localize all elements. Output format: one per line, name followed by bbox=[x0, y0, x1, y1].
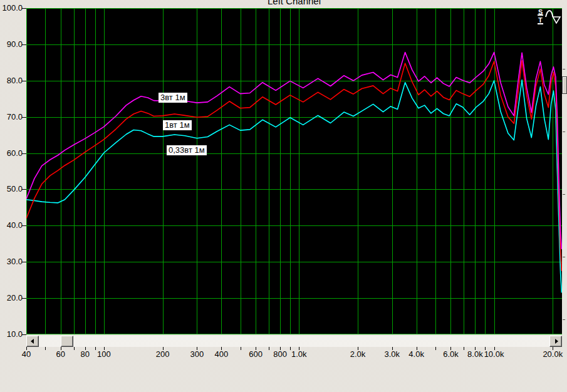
slider-tick bbox=[563, 132, 565, 132]
x-tick-label: 8.0k bbox=[467, 350, 483, 359]
x-tick-label: 40 bbox=[22, 350, 31, 359]
x-tick-label: 60 bbox=[56, 350, 65, 359]
scroll-right-button[interactable] bbox=[549, 336, 562, 347]
x-tick-label: 2.0k bbox=[350, 350, 366, 359]
y-tick bbox=[22, 189, 26, 190]
y-tick-label: 20.0 bbox=[0, 294, 23, 302]
slider-tick bbox=[563, 257, 565, 257]
y-tick bbox=[22, 81, 26, 81]
y-tick bbox=[22, 298, 26, 299]
scroll-left-button[interactable] bbox=[26, 336, 39, 347]
x-tick-label: 400 bbox=[214, 350, 228, 359]
x-tick-label: 4.0k bbox=[408, 350, 424, 359]
y-tick bbox=[22, 117, 26, 118]
app-logo: S T bbox=[536, 9, 561, 26]
y-tick bbox=[22, 153, 26, 154]
x-tick-label: 20.0k bbox=[543, 350, 563, 359]
curve-label-033w[interactable]: 0,33вт 1м bbox=[167, 145, 207, 155]
curve-label-3w[interactable]: 3вт 1м bbox=[159, 93, 187, 103]
slider-tick bbox=[563, 319, 565, 320]
x-tick-label: 80 bbox=[80, 350, 89, 359]
x-tick-label: 800 bbox=[273, 350, 287, 359]
y-tick bbox=[22, 8, 26, 9]
frequency-response-chart bbox=[26, 8, 562, 334]
y-tick bbox=[22, 44, 26, 45]
scroll-thumb[interactable] bbox=[61, 336, 73, 347]
y-tick-label: 30.0 bbox=[0, 257, 23, 266]
y-tick-label: 40.0 bbox=[0, 221, 23, 230]
curve-label-1w[interactable]: 1вт 1м bbox=[163, 120, 192, 130]
left-arrow-icon bbox=[31, 339, 34, 344]
vertical-slider[interactable] bbox=[562, 8, 567, 334]
x-tick-label: 10.0k bbox=[484, 350, 504, 359]
app-window: { "chart_data": { "type": "line", "title… bbox=[0, 0, 567, 392]
x-tick-label: 3.0k bbox=[384, 350, 400, 359]
y-tick-label: 10.0 bbox=[0, 330, 23, 339]
x-tick-label: 600 bbox=[249, 350, 263, 359]
y-tick-label: 50.0 bbox=[0, 185, 23, 193]
x-tick-label: 300 bbox=[190, 350, 204, 359]
y-tick-label: 100.0 bbox=[0, 4, 23, 13]
x-tick-label: 1.0k bbox=[291, 350, 307, 359]
y-tick-label: 80.0 bbox=[0, 76, 23, 85]
logo-bar bbox=[538, 23, 543, 24]
x-tick-label: 200 bbox=[156, 350, 170, 359]
y-tick-label: 70.0 bbox=[0, 113, 23, 121]
logo-bar bbox=[538, 14, 543, 16]
sine-wave-icon bbox=[545, 9, 561, 25]
chart-title: Left Channel bbox=[26, 0, 562, 6]
y-tick-label: 60.0 bbox=[0, 149, 23, 158]
y-tick bbox=[22, 334, 26, 335]
horizontal-scrollbar[interactable] bbox=[26, 336, 562, 347]
right-arrow-icon bbox=[555, 339, 558, 344]
y-tick bbox=[22, 225, 26, 226]
slider-tick bbox=[563, 194, 565, 195]
y-tick bbox=[22, 262, 26, 262]
x-tick-label: 6.0k bbox=[443, 350, 459, 359]
y-tick-label: 90.0 bbox=[0, 40, 23, 49]
plot-area[interactable] bbox=[26, 8, 562, 334]
x-tick-label: 100 bbox=[97, 350, 111, 359]
slider-tick bbox=[563, 69, 565, 70]
vertical-slider-thumb[interactable] bbox=[562, 76, 567, 94]
